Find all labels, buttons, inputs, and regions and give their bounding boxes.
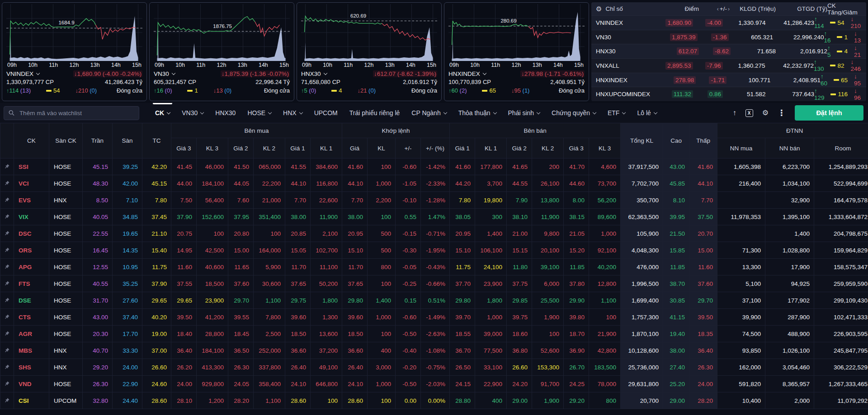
pin-icon[interactable] <box>5 381 9 386</box>
ask1-price-cell: 15.10 <box>450 242 475 259</box>
foreign-room-cell: 522,994,699 <box>814 175 868 192</box>
symbol-cell[interactable]: EVS <box>14 192 49 209</box>
total-value: 2,016.912 Tỷ <box>403 79 437 85</box>
ask1-vol-cell: 177,800 <box>475 159 507 175</box>
tab-hose[interactable]: HOSE <box>241 103 277 123</box>
exchange-cell: HOSE <box>49 175 83 192</box>
bid3-vol-cell: 152,600 <box>197 209 228 225</box>
symbol-cell[interactable]: FTS <box>14 275 49 292</box>
bid1-vol-cell: 11,900 <box>311 209 342 225</box>
pin-icon[interactable] <box>5 298 9 303</box>
ask1-price-cell: 39.70 <box>450 309 475 326</box>
subcol-giá-2: Giá 2 <box>228 138 254 159</box>
gear-icon[interactable]: ⚙ <box>762 109 769 117</box>
chevron-down-icon <box>167 110 170 114</box>
search-input[interactable] <box>19 109 134 117</box>
pin-icon[interactable] <box>5 164 9 169</box>
tab-vn30[interactable]: VN30 <box>176 103 209 123</box>
index-title[interactable]: VNINDEX <box>6 70 39 77</box>
symbol-cell[interactable]: VND <box>14 376 49 392</box>
pin-icon[interactable] <box>5 364 9 369</box>
pin-icon[interactable] <box>5 181 9 186</box>
pin-icon[interactable] <box>5 314 9 319</box>
tab-cp-ngành[interactable]: CP Ngành <box>406 103 452 123</box>
index-title[interactable]: HNXINDEX <box>448 70 486 77</box>
symbol-cell[interactable]: VCI <box>14 175 49 192</box>
symbol-cell[interactable]: DSE <box>14 292 49 309</box>
bid3-price-cell: 24.00 <box>171 376 197 392</box>
foreign-room-cell: 299,109,430 <box>814 292 868 309</box>
index-row-vn30[interactable]: VN301,875.39-1.36605.32122,996.240↑ 161↓… <box>591 30 866 44</box>
foreign-sell-cell: 1,400 <box>765 225 814 242</box>
symbol-cell[interactable]: VIX <box>14 209 49 225</box>
symbol-cell[interactable]: ORS <box>14 242 49 259</box>
total-volume-cell: 10,128,600 <box>621 342 663 359</box>
ask2-price-cell: 24.20 <box>507 376 532 392</box>
gear-icon[interactable]: ⚙ <box>596 5 602 13</box>
ask1-vol-cell: 1,800 <box>475 292 507 309</box>
index-row-vnxall[interactable]: VNXALL2,895.53-7.961,360.27542,232.972↑ … <box>591 58 866 73</box>
index-row-hnx30[interactable]: HNX30612.07-8.6271.6582,016.912↑ 54↓ 21 <box>591 44 866 58</box>
symbol-cell[interactable]: DSC <box>14 225 49 242</box>
subcol-kl-1: KL 1 <box>311 138 342 159</box>
symbol-cell[interactable]: CTS <box>14 309 49 326</box>
symbol-cell[interactable]: AGR <box>14 326 49 342</box>
advancers: ↑60 (2) <box>448 87 467 94</box>
index-row-hnxupcomindex[interactable]: HNXUPCOMINDEX111.320.8651.582737.643↑ 12… <box>591 87 866 101</box>
symbol-cell[interactable]: SHS <box>14 359 49 376</box>
match-change-pct-cell: -0.71% <box>421 225 450 242</box>
bid3-vol-cell: 184,100 <box>197 342 228 359</box>
pin-icon[interactable] <box>5 398 9 403</box>
symbol-cell[interactable]: SSI <box>14 159 49 175</box>
tab-hnx[interactable]: HNX <box>277 103 308 123</box>
kebab-menu-icon[interactable]: ⋮ <box>778 109 786 117</box>
place-order-button[interactable]: Đặt lệnh <box>795 105 863 121</box>
pin-icon[interactable] <box>5 331 9 336</box>
tab-thỏa-thuận[interactable]: Thỏa thuận <box>453 103 502 123</box>
tab-lô-lẻ[interactable]: Lô lẻ <box>631 103 662 123</box>
match-vol-cell: 1,000 <box>368 376 396 392</box>
index-name: VNINDEX <box>591 19 656 26</box>
watchlist-search[interactable] <box>4 106 139 120</box>
foreign-room-cell: 1,333,604,872 <box>814 209 868 225</box>
ask2-price-cell: 21.00 <box>507 225 532 242</box>
tab-trái-phiếu-riêng-lẻ[interactable]: Trái phiếu riêng lẻ <box>344 103 406 123</box>
index-breadth: ↑ 54↓ 21 <box>827 45 866 58</box>
pin-icon[interactable] <box>5 281 9 286</box>
time-label: 12h <box>70 62 79 68</box>
tab-hnx30[interactable]: HNX30 <box>209 103 241 123</box>
tab-etf[interactable]: ETF <box>602 103 631 123</box>
tab-phái-sinh[interactable]: Phái sinh <box>502 103 546 123</box>
index-row-vnindex[interactable]: VNINDEX1,680.90-4.001,330.97441,286.423↑… <box>591 15 866 30</box>
tab-chứng-quyền[interactable]: Chứng quyền <box>546 103 602 123</box>
unchanged: 4 <box>837 48 848 55</box>
pin-icon[interactable] <box>5 264 9 269</box>
symbol-cell[interactable]: CSI <box>14 392 49 409</box>
time-label: 10h <box>470 62 480 68</box>
tab-ck[interactable]: CK <box>149 103 176 123</box>
index-title[interactable]: VN30 <box>154 70 175 77</box>
ask2-vol-cell: 13,800 <box>532 192 564 209</box>
board-row-MBS: MBSHNX40.7033.3037.0036.40184,10036.5025… <box>0 342 868 359</box>
match-price-cell: 41.60 <box>342 159 368 175</box>
tab-upcom[interactable]: UPCOM <box>308 103 344 123</box>
pin-icon[interactable] <box>5 197 9 202</box>
index-title[interactable]: HNX30 <box>301 70 327 77</box>
symbol-cell[interactable]: MBS <box>14 342 49 359</box>
symbol-cell[interactable]: APG <box>14 259 49 275</box>
bid2-vol-cell: 21,000 <box>254 192 285 209</box>
bid1-price-cell: 39.60 <box>285 309 311 326</box>
pin-icon[interactable] <box>5 348 9 353</box>
upload-icon[interactable]: ↑ <box>733 109 736 117</box>
prev-column-icon[interactable]: ‹ <box>716 6 720 12</box>
pin-icon[interactable] <box>5 231 9 236</box>
next-column-icon[interactable]: › <box>727 6 731 12</box>
ask2-price-cell: 29.00 <box>507 392 532 409</box>
bid1-price-cell: 28.60 <box>285 392 311 409</box>
time-label: 11h <box>49 62 58 68</box>
pin-icon[interactable] <box>5 214 9 219</box>
index-row-hnxindex[interactable]: HNXINDEX278.98-1.71100.7712,408.951↑ 606… <box>591 73 866 87</box>
excel-export-icon[interactable]: X <box>745 109 753 117</box>
pin-icon[interactable] <box>5 247 9 252</box>
ask1-vol-cell: 23,900 <box>475 275 507 292</box>
